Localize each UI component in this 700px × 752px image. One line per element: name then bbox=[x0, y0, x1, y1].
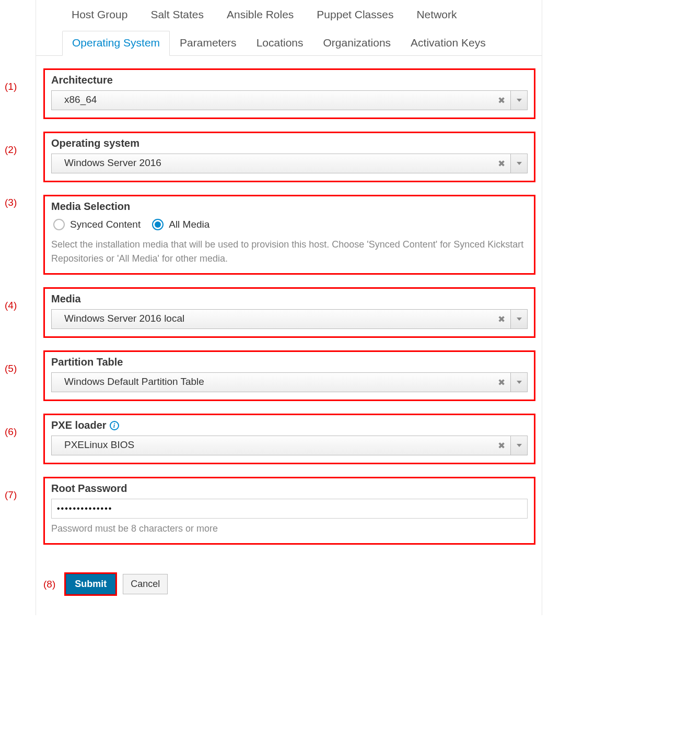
os-select[interactable]: Windows Server 2016 ✖ bbox=[51, 154, 528, 173]
media-select[interactable]: Windows Server 2016 local ✖ bbox=[51, 309, 528, 329]
field-root-password: Root Password Password must be 8 charact… bbox=[43, 477, 535, 545]
ptable-select[interactable]: Windows Default Partition Table ✖ bbox=[51, 372, 528, 392]
pxeloader-label: PXE loader bbox=[51, 419, 107, 431]
radio-icon bbox=[152, 219, 164, 230]
annotation-7: (7) bbox=[5, 489, 17, 501]
tab-operating-system[interactable]: Operating System bbox=[62, 31, 170, 56]
architecture-label: Architecture bbox=[51, 74, 528, 86]
os-label: Operating system bbox=[51, 137, 528, 149]
ptable-value: Windows Default Partition Table bbox=[52, 373, 493, 392]
annotation-8: (8) bbox=[43, 579, 59, 590]
radio-label: All Media bbox=[169, 219, 209, 230]
tabs-container: Host GroupSalt StatesAnsible RolesPuppet… bbox=[36, 0, 542, 56]
root-pw-help: Password must be 8 characters or more bbox=[51, 522, 528, 536]
radio-all-media[interactable]: All Media bbox=[152, 219, 209, 230]
chevron-down-icon[interactable] bbox=[510, 373, 527, 392]
clear-icon[interactable]: ✖ bbox=[493, 91, 510, 110]
media-selection-radiogroup: Synced ContentAll Media bbox=[51, 217, 528, 234]
tab-network[interactable]: Network bbox=[412, 5, 461, 24]
field-pxe-loader: PXE loader i PXELinux BIOS ✖ bbox=[43, 414, 535, 464]
radio-label: Synced Content bbox=[70, 219, 141, 230]
field-architecture: Architecture x86_64 ✖ bbox=[43, 68, 535, 119]
tab-ansible-roles[interactable]: Ansible Roles bbox=[223, 5, 298, 24]
chevron-down-icon[interactable] bbox=[510, 436, 527, 455]
chevron-down-icon[interactable] bbox=[510, 91, 527, 110]
root-password-input[interactable] bbox=[51, 499, 528, 519]
architecture-value: x86_64 bbox=[52, 91, 493, 110]
radio-icon bbox=[53, 219, 65, 230]
field-partition-table: Partition Table Windows Default Partitio… bbox=[43, 350, 535, 401]
clear-icon[interactable]: ✖ bbox=[493, 154, 510, 173]
tab-puppet-classes[interactable]: Puppet Classes bbox=[312, 5, 398, 24]
tab-parameters[interactable]: Parameters bbox=[170, 31, 247, 56]
clear-icon[interactable]: ✖ bbox=[493, 373, 510, 392]
media-selection-help: Select the installation media that will … bbox=[51, 238, 528, 266]
info-icon[interactable]: i bbox=[110, 421, 119, 430]
annotation-3: (3) bbox=[5, 197, 17, 208]
media-label: Media bbox=[51, 293, 528, 305]
tab-activation-keys[interactable]: Activation Keys bbox=[401, 31, 496, 56]
field-media-selection: Media Selection Synced ContentAll Media … bbox=[43, 195, 535, 275]
form-actions: (8) Submit Cancel bbox=[43, 574, 542, 594]
clear-icon[interactable]: ✖ bbox=[493, 436, 510, 455]
ptable-label: Partition Table bbox=[51, 356, 528, 368]
annotation-5: (5) bbox=[5, 363, 17, 374]
tab-host-group[interactable]: Host Group bbox=[67, 5, 132, 24]
architecture-select[interactable]: x86_64 ✖ bbox=[51, 90, 528, 110]
chevron-down-icon[interactable] bbox=[510, 310, 527, 328]
field-media: Media Windows Server 2016 local ✖ bbox=[43, 287, 535, 338]
pxeloader-select[interactable]: PXELinux BIOS ✖ bbox=[51, 436, 528, 455]
media-value: Windows Server 2016 local bbox=[52, 310, 493, 328]
root-pw-label: Root Password bbox=[51, 483, 528, 495]
submit-button[interactable]: Submit bbox=[66, 574, 115, 594]
field-operating-system: Operating system Windows Server 2016 ✖ bbox=[43, 132, 535, 182]
tab-organizations[interactable]: Organizations bbox=[313, 31, 401, 56]
annotation-1: (1) bbox=[5, 81, 17, 92]
annotation-6: (6) bbox=[5, 426, 17, 438]
tab-salt-states[interactable]: Salt States bbox=[146, 5, 208, 24]
tab-locations[interactable]: Locations bbox=[247, 31, 313, 56]
annotation-4: (4) bbox=[5, 300, 17, 311]
radio-synced-content[interactable]: Synced Content bbox=[53, 219, 141, 230]
annotation-2: (2) bbox=[5, 144, 17, 156]
media-selection-label: Media Selection bbox=[51, 201, 528, 213]
pxeloader-value: PXELinux BIOS bbox=[52, 436, 493, 455]
clear-icon[interactable]: ✖ bbox=[493, 310, 510, 328]
chevron-down-icon[interactable] bbox=[510, 154, 527, 173]
cancel-button[interactable]: Cancel bbox=[123, 574, 168, 594]
os-value: Windows Server 2016 bbox=[52, 154, 493, 173]
